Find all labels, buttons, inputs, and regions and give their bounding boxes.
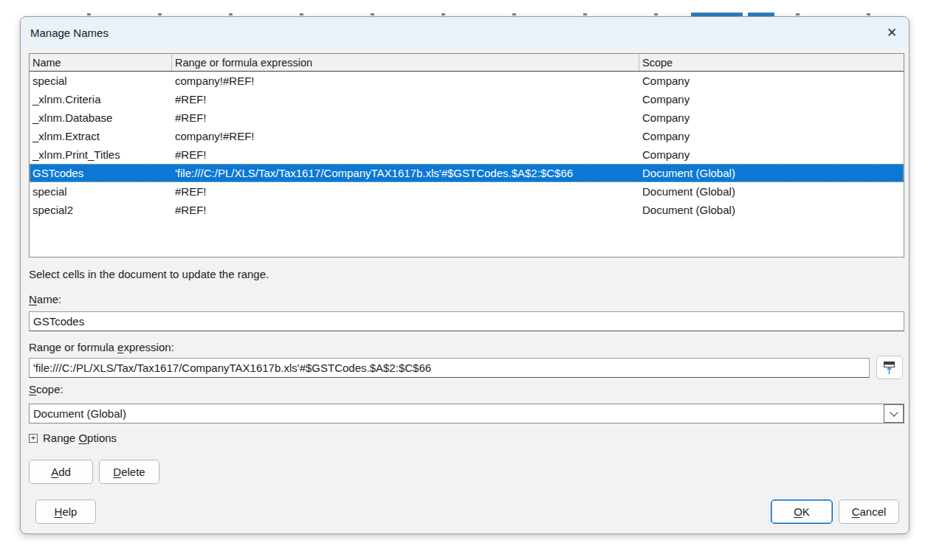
help-button[interactable]: Help — [35, 499, 96, 524]
table-row[interactable]: special2#REF!Document (Global) — [30, 201, 904, 219]
row-cell-scope: Company — [639, 130, 904, 142]
update-range-hint: Select cells in the document to update t… — [29, 268, 269, 280]
row-cell-name: _xlnm.Database — [30, 111, 172, 124]
row-cell-name: GSTcodes — [30, 167, 172, 179]
scope-label: Scope: — [29, 383, 63, 395]
names-table: Name Range or formula expression Scope s… — [29, 53, 904, 257]
row-cell-scope: Company — [639, 93, 904, 106]
row-cell-scope: Document (Global) — [639, 167, 904, 179]
ok-button[interactable]: OK — [771, 499, 833, 524]
row-cell-name: special — [30, 75, 172, 87]
dialog-title: Manage Names — [21, 27, 109, 39]
row-cell-name: special2 — [30, 204, 172, 216]
table-row[interactable]: specialcompany!#REF!Company — [30, 72, 904, 90]
manage-names-dialog: Manage Names ✕ Name Range or formula exp… — [20, 16, 910, 534]
row-cell-expression: #REF! — [172, 93, 639, 106]
column-header-scope[interactable]: Scope — [639, 54, 904, 71]
row-cell-scope: Company — [639, 75, 904, 87]
name-input[interactable] — [29, 311, 904, 331]
close-icon[interactable]: ✕ — [884, 24, 900, 41]
name-label: Name: — [29, 293, 61, 305]
row-cell-expression: company!#REF! — [172, 130, 639, 142]
dropdown-button[interactable] — [884, 404, 904, 423]
shrink-button[interactable] — [876, 356, 903, 379]
scope-dropdown[interactable]: Document (Global) — [29, 404, 904, 424]
row-cell-expression: #REF! — [172, 148, 639, 161]
add-button[interactable]: Add — [29, 460, 93, 484]
table-row[interactable]: _xlnm.Database#REF!Company — [30, 108, 904, 127]
row-cell-expression: #REF! — [172, 204, 639, 216]
row-cell-name: _xlnm.Extract — [30, 130, 172, 142]
shrink-icon — [882, 361, 897, 375]
cancel-button[interactable]: Cancel — [839, 499, 899, 524]
background-text-fragments — [52, 13, 915, 15]
row-cell-expression: 'file:///C:/PL/XLS/Tax/Tax1617/CompanyTA… — [172, 167, 639, 179]
expression-input[interactable] — [29, 358, 870, 378]
column-header-expression[interactable]: Range or formula expression — [172, 54, 639, 71]
row-cell-expression: #REF! — [172, 185, 639, 198]
expression-label: Range or formula expression: — [29, 341, 174, 353]
delete-button[interactable]: Delete — [99, 460, 159, 484]
row-cell-name: special — [30, 185, 172, 198]
table-row[interactable]: _xlnm.Criteria#REF!Company — [30, 90, 904, 108]
table-row[interactable]: _xlnm.Extractcompany!#REF!Company — [30, 127, 904, 145]
chevron-down-icon — [890, 408, 898, 416]
table-row[interactable]: GSTcodes'file:///C:/PL/XLS/Tax/Tax1617/C… — [30, 164, 904, 182]
table-row[interactable]: _xlnm.Print_Titles#REF!Company — [30, 145, 904, 164]
row-cell-scope: Company — [639, 111, 904, 124]
names-table-header[interactable]: Name Range or formula expression Scope — [30, 54, 904, 72]
range-options-expander[interactable]: + Range Options — [29, 432, 117, 444]
row-cell-expression: #REF! — [172, 111, 639, 124]
row-cell-scope: Document (Global) — [639, 185, 904, 198]
column-header-name[interactable]: Name — [30, 54, 172, 71]
row-cell-name: _xlnm.Criteria — [30, 93, 172, 106]
table-row[interactable]: special#REF!Document (Global) — [30, 182, 904, 201]
dialog-titlebar[interactable]: Manage Names ✕ — [21, 17, 909, 48]
names-table-body: specialcompany!#REF!Company_xlnm.Criteri… — [30, 72, 904, 257]
row-cell-scope: Document (Global) — [639, 204, 904, 216]
range-options-label: Range Options — [43, 432, 117, 444]
row-cell-scope: Company — [639, 148, 904, 161]
scope-selected-value: Document (Global) — [33, 407, 126, 420]
row-cell-expression: company!#REF! — [172, 75, 639, 87]
row-cell-name: _xlnm.Print_Titles — [30, 148, 172, 161]
expand-plus-icon[interactable]: + — [29, 434, 38, 443]
